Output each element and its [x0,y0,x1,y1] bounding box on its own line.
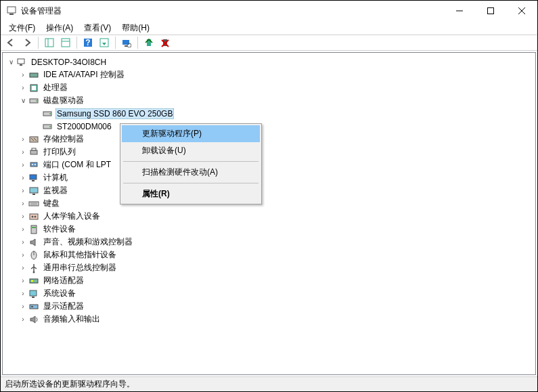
expand-icon[interactable]: › [18,226,28,233]
svg-rect-41 [29,202,39,206]
ctx-uninstall[interactable]: 卸载设备(U) [122,142,260,159]
svg-point-30 [49,126,51,127]
svg-rect-39 [30,188,38,193]
properties-button[interactable] [58,35,73,50]
expand-icon[interactable]: › [18,72,28,79]
minimize-button[interactable] [444,1,475,21]
printer-icon [28,147,39,158]
device-tree[interactable]: ∨DESKTOP-34OI8CH ›IDE ATA/ATAPI 控制器 ›处理器… [2,52,536,375]
menu-view[interactable]: 查看(V) [79,21,116,35]
help-button[interactable]: ? [81,35,95,50]
close-button[interactable] [506,1,537,21]
tree-label: 鼠标和其他指针设备 [42,249,118,261]
tree-label: 打印队列 [42,146,77,158]
tree-label: Samsung SSD 860 EVO 250GB [55,108,174,119]
tree-item-disk-child[interactable]: ·Samsung SSD 860 EVO 250GB [3,107,535,120]
expand-icon[interactable]: › [18,188,28,194]
expand-icon[interactable]: › [18,149,28,156]
tree-item-keyboard[interactable]: ›键盘 [3,197,535,210]
monitor-icon [28,186,39,196]
expand-icon[interactable]: › [18,252,28,259]
disk-icon [28,95,39,106]
update-driver-button[interactable] [141,35,156,50]
tree-item-storage[interactable]: ›存储控制器 [3,133,535,146]
tree-item-computer[interactable]: ›计算机 [3,171,535,184]
back-button[interactable] [3,35,18,50]
port-icon [28,160,39,171]
tree-root[interactable]: ∨DESKTOP-34OI8CH [3,56,535,68]
tree-label: 监视器 [42,185,69,196]
svg-text:?: ? [85,38,90,47]
svg-rect-3 [488,8,494,14]
tree-item-mouse[interactable]: ›鼠标和其他指针设备 [3,248,535,261]
collapse-icon[interactable]: ∨ [18,97,28,104]
tree-label: 声音、视频和游戏控制器 [42,236,134,248]
tree-label: 软件设备 [42,223,77,235]
tree-item-software[interactable]: ›软件设备 [3,223,535,236]
svg-rect-37 [30,175,37,179]
tree-item-print[interactable]: ›打印队列 [3,146,535,158]
expand-icon[interactable]: › [18,290,28,297]
expand-icon[interactable]: › [18,200,28,207]
tree-item-usb[interactable]: ›通用串行总线控制器 [3,261,535,274]
menu-action[interactable]: 操作(A) [41,21,79,35]
ctx-separator [123,161,259,162]
tree-item-cpu[interactable]: ›处理器 [3,81,535,94]
tree-label: ST2000DM006 [55,122,113,131]
menu-bar: 文件(F) 操作(A) 查看(V) 帮助(H) [1,21,537,35]
tree-item-system[interactable]: ›系统设备 [3,287,535,300]
toolbar: ? [1,35,537,51]
computer-icon [16,57,27,68]
action-button[interactable] [97,35,112,50]
tree-item-disk[interactable]: ∨磁盘驱动器 [3,94,535,107]
tree-item-ports[interactable]: ›端口 (COM 和 LPT [3,158,535,171]
menu-file[interactable]: 文件(F) [3,21,41,35]
tree-item-ide[interactable]: ›IDE ATA/ATAPI 控制器 [3,68,535,81]
svg-rect-31 [30,137,38,142]
expand-icon[interactable]: › [18,213,28,220]
expand-icon[interactable]: › [18,278,28,284]
svg-rect-56 [30,305,38,309]
tree-item-display[interactable]: ›显示适配器 [3,300,535,313]
software-device-icon [28,224,39,235]
expand-icon[interactable]: › [18,162,28,169]
ctx-properties[interactable]: 属性(R) [122,186,260,202]
toolbar-separator [115,37,116,49]
system-device-icon [28,288,39,299]
tree-item-disk-child[interactable]: ·ST2000DM006 [3,120,535,133]
maximize-button[interactable] [475,1,506,21]
status-bar: 启动所选设备的更新驱动程序向导。 [1,376,537,391]
tree-item-hid[interactable]: ›人体学输入设备 [3,210,535,223]
svg-rect-55 [32,297,35,298]
toolbar-separator [137,37,138,49]
cpu-icon [28,83,39,93]
show-hide-tree-button[interactable] [42,35,57,50]
tree-item-audio[interactable]: ›音频输入和输出 [3,313,535,326]
expand-icon[interactable]: › [18,303,28,310]
tree-item-network[interactable]: ›网络适配器 [3,274,535,287]
uninstall-button[interactable] [158,35,173,50]
expand-icon[interactable]: › [18,85,28,91]
forward-button[interactable] [20,35,35,50]
expand-icon[interactable]: › [18,136,28,143]
disk-icon [42,121,53,132]
svg-rect-57 [31,306,33,307]
title-bar: 设备管理器 [1,1,537,21]
collapse-icon[interactable]: ∨ [5,59,16,66]
ctx-update-driver[interactable]: 更新驱动程序(P) [122,125,260,142]
tree-label: 系统设备 [42,288,77,299]
expand-icon[interactable]: › [18,239,28,246]
svg-rect-22 [30,73,38,77]
tree-item-monitor[interactable]: ›监视器 [3,184,535,197]
scan-hardware-button[interactable] [119,35,134,50]
svg-rect-8 [62,39,70,47]
status-text: 启动所选设备的更新驱动程序向导。 [5,378,135,390]
tree-item-sound[interactable]: ›声音、视频和游戏控制器 [3,236,535,248]
expand-icon[interactable]: › [18,175,28,181]
ctx-scan-hardware[interactable]: 扫描检测硬件改动(A) [122,164,260,181]
menu-help[interactable]: 帮助(H) [116,21,155,35]
expand-icon[interactable]: › [18,265,28,271]
expand-icon[interactable]: › [18,316,28,323]
tree-label: 通用串行总线控制器 [42,262,118,274]
svg-rect-53 [31,280,33,282]
